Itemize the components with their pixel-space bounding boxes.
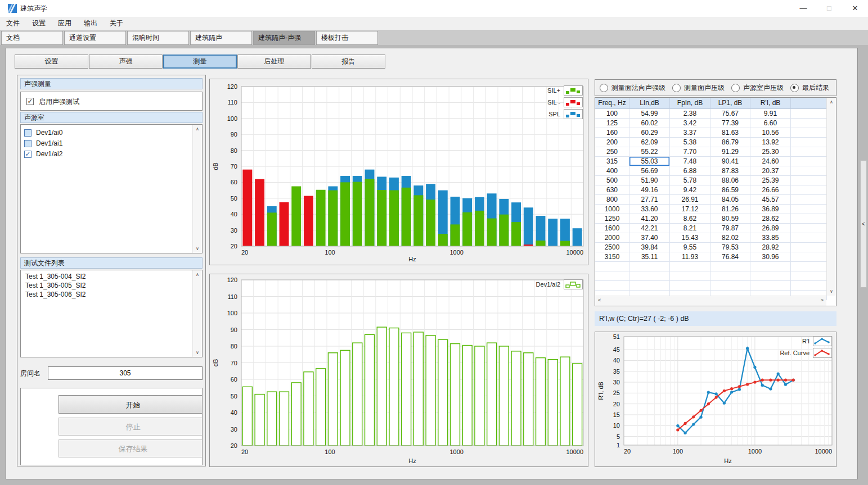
table-cell[interactable]: 60.29 — [629, 128, 670, 138]
table-cell[interactable]: 9.42 — [670, 185, 710, 195]
table-cell[interactable] — [791, 233, 827, 243]
table-cell[interactable]: 100 — [595, 109, 629, 119]
legend-item[interactable]: Dev1/ai2 — [536, 279, 583, 289]
table-cell[interactable]: 1600 — [595, 224, 629, 233]
table-cell[interactable]: 25.30 — [750, 147, 791, 157]
table-cell[interactable]: 315 — [595, 157, 629, 166]
table-cell[interactable]: 26.66 — [750, 185, 791, 195]
main-tab[interactable]: 混响时间 — [127, 31, 189, 45]
device-item[interactable]: Dev1/ai1 — [21, 138, 202, 149]
table-cell[interactable]: 39.84 — [629, 243, 670, 252]
sub-tab[interactable]: 声强 — [89, 55, 163, 69]
table-cell[interactable]: 6.88 — [670, 166, 710, 176]
table-cell[interactable] — [791, 109, 827, 119]
main-tab[interactable]: 文档 — [1, 31, 63, 45]
table-cell[interactable]: 82.02 — [710, 233, 750, 243]
table-cell[interactable]: 42.21 — [629, 224, 670, 233]
panel-collapse-handle[interactable]: < — [860, 160, 867, 288]
main-tab[interactable]: 建筑隔声 — [190, 31, 252, 45]
table-cell[interactable]: 49.16 — [629, 185, 670, 195]
table-cell[interactable]: 250 — [595, 147, 629, 157]
table-cell[interactable]: 17.12 — [670, 205, 710, 214]
maximize-button[interactable]: □ — [816, 0, 842, 17]
table-cell[interactable]: 79.53 — [710, 243, 750, 252]
table-cell[interactable]: 9.55 — [670, 243, 710, 252]
table-cell[interactable]: 2.38 — [670, 109, 710, 119]
menu-item[interactable]: 输出 — [78, 17, 104, 30]
file-item[interactable]: Test 1_305-006_SI2 — [21, 290, 202, 299]
table-cell[interactable]: 3150 — [595, 252, 629, 262]
table-cell[interactable]: 76.84 — [710, 252, 750, 262]
table-cell[interactable]: 88.06 — [710, 176, 750, 185]
table-cell[interactable]: 56.69 — [629, 166, 670, 176]
checkbox[interactable] — [24, 129, 32, 137]
table-cell[interactable]: 3.42 — [670, 119, 710, 128]
scroll-up-icon[interactable]: ∧ — [193, 126, 202, 132]
table-cell[interactable]: 28.62 — [750, 214, 791, 224]
file-item[interactable]: Test 1_305-005_SI2 — [21, 281, 202, 290]
table-cell[interactable]: 5.78 — [670, 176, 710, 185]
table-cell[interactable]: 28.92 — [750, 243, 791, 252]
table-cell[interactable] — [791, 147, 827, 157]
checkbox[interactable] — [24, 140, 32, 147]
table-cell[interactable]: 90.41 — [710, 157, 750, 166]
sub-tab[interactable]: 报告 — [312, 55, 385, 69]
table-cell[interactable]: 7.48 — [670, 157, 710, 166]
table-cell[interactable] — [791, 252, 827, 262]
table-cell[interactable]: 51.90 — [629, 176, 670, 185]
table-cell[interactable]: 33.85 — [750, 233, 791, 243]
table-cell[interactable]: 25.39 — [750, 176, 791, 185]
table-cell[interactable] — [791, 214, 827, 224]
enable-intensity-checkbox[interactable]: ✓ — [26, 98, 34, 105]
table-cell[interactable]: 24.60 — [750, 157, 791, 166]
main-tab[interactable]: 建筑隔声-声强 — [253, 31, 315, 45]
table-cell[interactable]: 62.09 — [629, 138, 670, 147]
table-cell[interactable]: 11.93 — [670, 252, 710, 262]
table-cell[interactable]: 9.91 — [750, 109, 791, 119]
table-cell[interactable]: 500 — [595, 176, 629, 185]
table-cell[interactable]: 26.89 — [750, 224, 791, 233]
table-cell[interactable]: 79.87 — [710, 224, 750, 233]
table-cell[interactable]: 81.63 — [710, 128, 750, 138]
scroll-up-icon[interactable]: ∧ — [193, 272, 202, 277]
scroll-up-icon[interactable]: ∧ — [827, 99, 836, 105]
table-cell[interactable]: 15.43 — [670, 233, 710, 243]
scroll-right-icon[interactable]: > — [821, 297, 824, 303]
file-item[interactable]: Test 1_305-004_SI2 — [21, 272, 202, 281]
table-cell[interactable]: 36.89 — [750, 205, 791, 214]
table-cell[interactable]: 125 — [595, 119, 629, 128]
menu-item[interactable]: 应用 — [52, 17, 78, 30]
table-cell[interactable]: 2000 — [595, 233, 629, 243]
table-cell[interactable] — [791, 119, 827, 128]
table-cell[interactable]: 13.92 — [750, 138, 791, 147]
scroll-down-icon[interactable]: ∨ — [827, 289, 836, 294]
table-cell[interactable]: 2500 — [595, 243, 629, 252]
table-cell[interactable]: 800 — [595, 195, 629, 205]
menu-item[interactable]: 文件 — [0, 17, 26, 30]
sub-tab[interactable]: 测量 — [163, 55, 237, 69]
table-cell[interactable]: 5.38 — [670, 138, 710, 147]
table-cell[interactable] — [791, 166, 827, 176]
start-button[interactable]: 开始 — [59, 395, 203, 414]
table-cell[interactable]: 41.20 — [629, 214, 670, 224]
menu-item[interactable]: 设置 — [26, 17, 52, 30]
radio-button[interactable] — [672, 84, 681, 92]
table-cell[interactable]: 77.39 — [710, 119, 750, 128]
device-list-scrollbar[interactable]: ∧ ∨ — [192, 125, 202, 253]
table-cell[interactable] — [791, 243, 827, 252]
legend-item[interactable]: R'I — [802, 336, 832, 346]
legend-item[interactable]: SPL — [548, 109, 583, 119]
table-cell[interactable]: 91.29 — [710, 147, 750, 157]
device-item[interactable]: ✓Dev1/ai2 — [21, 149, 202, 160]
minimize-button[interactable]: — — [790, 0, 816, 17]
table-cell[interactable]: 400 — [595, 166, 629, 176]
save-results-button[interactable]: 保存结果 — [59, 439, 203, 457]
table-cell[interactable]: 75.67 — [710, 109, 750, 119]
table-cell[interactable]: 84.05 — [710, 195, 750, 205]
table-horizontal-scrollbar[interactable]: <> — [595, 296, 826, 306]
table-cell[interactable]: 55.03 — [629, 157, 670, 166]
sub-tab[interactable]: 设置 — [15, 55, 88, 69]
table-cell[interactable]: 81.26 — [710, 205, 750, 214]
close-button[interactable]: ✕ — [842, 0, 868, 17]
legend-item[interactable]: SIL - — [547, 97, 583, 107]
